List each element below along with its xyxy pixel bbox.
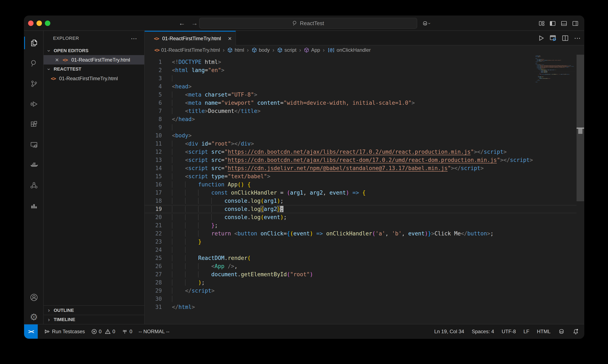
tab-active[interactable]: <> 01-ReactFirstTimeTry.html × (145, 31, 236, 45)
share-nodes-icon[interactable] (24, 178, 44, 193)
code-line[interactable]: </html> (534, 82, 575, 82)
breadcrumb-separator-icon: › (223, 47, 225, 53)
open-editors-section[interactable]: › OPEN EDITORS (44, 46, 144, 55)
explorer-icon[interactable] (24, 35, 44, 51)
chevron-down-icon: › (46, 66, 52, 72)
close-icon[interactable]: × (228, 35, 232, 42)
code-line[interactable]: 1<!DOCTYPE html> (145, 58, 577, 66)
run-debug-icon[interactable] (24, 97, 44, 112)
minimap[interactable]: <!DOCTYPE html><html lang="en"> <head> <… (534, 55, 576, 324)
breadcrumb-item[interactable]: <>01-ReactFirstTimeTry.html (154, 47, 220, 53)
folder-section[interactable]: › REACTTEST (44, 65, 144, 74)
editor-content[interactable]: 1<!DOCTYPE html>2<html lang="en">3 4<hea… (145, 55, 584, 324)
code-line[interactable]: 9 (145, 123, 577, 131)
remote-explorer-icon[interactable] (24, 137, 44, 153)
warning-icon (105, 329, 111, 335)
vim-mode-indicator[interactable]: -- NORMAL -- (139, 329, 169, 335)
code-line[interactable]: 21 }; (145, 221, 577, 230)
code-line[interactable]: 3 (145, 74, 577, 82)
code-line[interactable]: 26 <App />, (145, 262, 577, 270)
code-line[interactable]: 30 (145, 295, 577, 303)
file-tree-item[interactable]: <> 01-ReactFirstTimeTry.html (44, 74, 144, 83)
docker-icon[interactable] (24, 157, 44, 172)
toggle-primary-sidebar-icon[interactable] (549, 19, 557, 27)
toggle-panel-icon[interactable] (560, 19, 568, 27)
code-line[interactable]: 28 ); (145, 279, 577, 287)
line-number: 18 (145, 197, 162, 205)
code-line[interactable]: 27 document.getElementById("root") (145, 270, 577, 279)
run-file-icon[interactable] (537, 34, 545, 42)
traffic-zoom-button[interactable] (45, 21, 50, 26)
language-mode[interactable]: HTML (537, 329, 551, 335)
open-preview-icon[interactable] (549, 34, 557, 42)
code-line[interactable]: 13 <script src="https://cdn.bootcdn.net/… (145, 156, 577, 164)
code-line[interactable]: 29 </script> (145, 287, 577, 295)
line-number: 15 (145, 172, 162, 181)
html-file-icon: <> (63, 57, 68, 63)
bar-chart-icon[interactable] (24, 198, 44, 213)
outline-section[interactable]: › OUTLINE (44, 305, 144, 315)
breadcrumb-item[interactable]: html (227, 47, 244, 53)
code-line[interactable]: 4<head> (145, 82, 577, 91)
go-forward-button[interactable]: → (190, 19, 199, 27)
problems-indicator[interactable]: 0 0 (91, 329, 115, 335)
line-number: 27 (145, 270, 162, 279)
breadcrumb-item[interactable]: [@]onClickHandler (327, 47, 371, 53)
overview-ruler[interactable] (577, 55, 584, 324)
code-line[interactable]: 5 <meta charset="UTF-8"> (145, 91, 577, 99)
cursor-position[interactable]: Ln 19, Col 34 (434, 329, 464, 335)
go-back-button[interactable]: ← (178, 19, 186, 27)
code-line[interactable]: 18 console.log(arg1); (145, 197, 577, 205)
copilot-icon[interactable]: › (422, 19, 430, 27)
code-line[interactable]: 7 <title>Document</title> (145, 107, 577, 115)
code-line[interactable]: 23 } (145, 238, 577, 246)
more-actions-icon[interactable]: ⋯ (131, 35, 137, 42)
code-line[interactable]: 2<html lang="en"> (145, 66, 577, 74)
indentation-indicator[interactable]: Spaces: 4 (472, 329, 494, 335)
code-line[interactable]: 12 <script src="https://cdn.bootcdn.net/… (145, 148, 577, 156)
code-line[interactable]: 6 <meta name="viewport" content="width=d… (145, 99, 577, 107)
code-line[interactable]: 8</head> (145, 115, 577, 123)
code-line[interactable]: 25 ReactDOM.render( (145, 254, 577, 262)
command-center-search[interactable]: ReactTest (199, 18, 417, 29)
broadcast-indicator[interactable]: 0 (122, 328, 132, 335)
traffic-minimize-button[interactable] (37, 21, 42, 26)
split-editor-icon[interactable] (561, 34, 569, 42)
code-line[interactable]: 22 return <button onClick={(event) => on… (145, 230, 577, 238)
code-line[interactable]: 11 <div id="root"></div> (145, 140, 577, 148)
code-line[interactable]: 10<body> (145, 131, 577, 140)
code-area[interactable]: 1<!DOCTYPE html>2<html lang="en">3 4<hea… (145, 55, 577, 311)
breadcrumb-item[interactable]: body (252, 47, 270, 53)
code-line[interactable]: 24 (145, 246, 577, 254)
code-line[interactable]: 14 <script src="https://cdn.jsdelivr.net… (145, 164, 577, 172)
open-editor-item[interactable]: × <> 01-ReactFirstTimeTry.html (44, 55, 144, 65)
code-line[interactable]: 17 const onClickHandler = (arg1, arg2, e… (145, 189, 577, 197)
run-testcases-button[interactable]: Run Testcases (44, 328, 85, 335)
more-actions-icon[interactable]: ⋯ (574, 34, 581, 42)
timeline-section[interactable]: › TIMELINE (44, 315, 144, 324)
copilot-status-icon[interactable] (558, 328, 565, 335)
account-icon[interactable] (24, 290, 44, 305)
eol-indicator[interactable]: LF (524, 329, 529, 335)
breadcrumb-item[interactable]: script (277, 47, 297, 53)
symbol-cube-icon (304, 47, 309, 53)
open-editor-file-label: 01-ReactFirstTimeTry.html (71, 57, 130, 63)
extensions-icon[interactable] (24, 117, 44, 132)
remote-indicator[interactable]: >< (24, 325, 38, 339)
code-line[interactable]: 19 console.log(arg2); (145, 205, 577, 213)
settings-gear-icon[interactable]: ⚙ (24, 310, 44, 325)
code-line[interactable]: 16 function App() { (145, 181, 577, 189)
search-icon[interactable] (24, 56, 44, 71)
code-line[interactable]: 15 <script type="text/babel"> (145, 172, 577, 181)
breadcrumb-item[interactable]: App (304, 47, 320, 53)
encoding-indicator[interactable]: UTF-8 (502, 329, 516, 335)
notifications-bell-icon[interactable] (572, 328, 579, 335)
customize-layout-icon[interactable] (538, 19, 545, 27)
code-line[interactable]: 31</html> (145, 303, 577, 311)
traffic-close-button[interactable] (28, 21, 34, 26)
code-line[interactable]: 20 console.log(event); (145, 213, 577, 221)
code-line[interactable]: return <button onClick={(event) => onCli… (534, 74, 575, 75)
close-icon[interactable]: × (55, 56, 59, 64)
source-control-icon[interactable] (24, 76, 44, 91)
toggle-secondary-sidebar-icon[interactable] (571, 19, 579, 27)
